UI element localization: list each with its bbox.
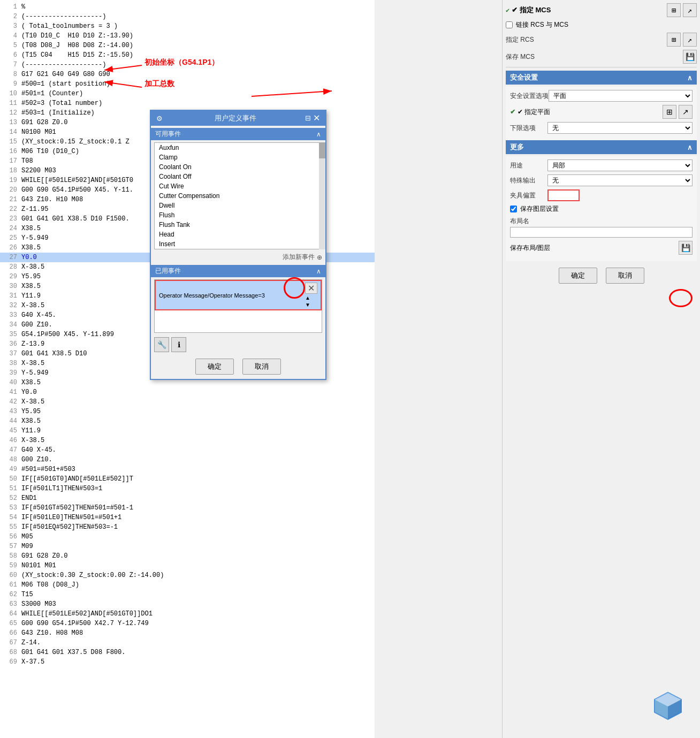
code-line: 9#500=1 (start position): [0, 79, 375, 89]
dialog-confirm-btn[interactable]: 确定: [195, 359, 234, 375]
available-event-item[interactable]: Insert: [155, 239, 322, 249]
dialog: ⚙ 用户定义事件 ⊟ ✕ 可用事件 ∧ AuxfunClampCoolant O…: [150, 110, 326, 380]
available-event-item[interactable]: Dwell: [155, 201, 322, 210]
used-event-label: Operator Message/Operator Message=3: [159, 292, 265, 299]
lower-limit-select[interactable]: 无: [547, 122, 693, 134]
code-line: 56M05: [0, 532, 375, 542]
available-events-list[interactable]: AuxfunClampCoolant OnCoolant OffCut Wire…: [154, 142, 322, 249]
code-line: 67Z-14.: [0, 638, 375, 648]
line-number: 67: [2, 638, 17, 648]
line-content: #501=1 (Counter): [21, 89, 83, 98]
plane-icon2[interactable]: ↗: [679, 105, 693, 119]
line-content: Y-5.949: [21, 233, 48, 243]
dialog-cancel-btn[interactable]: 取消: [242, 359, 281, 375]
used-event-remove-btn[interactable]: ✕: [305, 283, 317, 294]
mcs-checkmark: ✔: [506, 6, 509, 14]
line-content: T15: [21, 590, 33, 599]
rcs-icon2[interactable]: ↗: [683, 33, 697, 47]
line-content: (XY_stock:0.30 Z_stock:0.00 Z:-14.00): [21, 570, 164, 580]
use-select[interactable]: 局部: [547, 159, 693, 171]
line-content: T08: [21, 156, 33, 166]
available-event-item[interactable]: Auxfun: [155, 143, 322, 153]
line-number: 56: [2, 532, 17, 542]
code-line: 10#501=1 (Counter): [0, 89, 375, 98]
line-content: ( Total_toolnumbers = 3 ): [21, 21, 118, 31]
line-content: M09: [21, 542, 33, 551]
safety-option-select[interactable]: 平面: [549, 90, 693, 102]
link-rcs-mcs-checkbox[interactable]: [506, 21, 513, 28]
save-layer-checkbox[interactable]: [510, 206, 517, 212]
line-number: 22: [2, 204, 17, 214]
available-event-item[interactable]: Flush Tank: [155, 220, 322, 230]
plane-icon1[interactable]: ⊞: [663, 105, 676, 119]
line-content: X38.5: [21, 224, 41, 233]
line-number: 62: [2, 590, 17, 599]
code-line: 7(--------------------): [0, 60, 375, 70]
dialog-expand-btn[interactable]: ⊟: [305, 114, 311, 123]
tool-settings-btn[interactable]: 🔧: [154, 337, 169, 352]
line-number: 24: [2, 224, 17, 233]
mcs-icon2[interactable]: ↗: [683, 3, 697, 17]
line-content: Z-11.95: [21, 204, 48, 214]
line-number: 5: [2, 41, 17, 50]
line-content: Y5.95: [21, 272, 41, 281]
layout-name-input[interactable]: 02_LAY1: [510, 227, 693, 238]
available-event-item[interactable]: Cut Wire: [155, 181, 322, 191]
line-number: 31: [2, 291, 17, 301]
line-number: 47: [2, 445, 17, 455]
fixture-offset-input[interactable]: 1: [547, 189, 580, 201]
line-content: G00 Z10.: [21, 455, 52, 465]
line-number: 3: [2, 21, 17, 31]
line-number: 34: [2, 320, 17, 330]
line-content: IF[#501LT1]THEN#503=1: [21, 484, 102, 493]
code-line: 51IF[#501LT1]THEN#503=1: [0, 484, 375, 493]
add-event-btn[interactable]: ⊕: [317, 254, 322, 261]
line-number: 10: [2, 89, 17, 98]
code-line: 8G17 G21 G40 G49 G80 G90: [0, 70, 375, 79]
line-content: M05: [21, 532, 33, 542]
line-content: G00 Z10.: [21, 320, 52, 330]
specify-plane-label: ✔ 指定平面: [518, 108, 661, 117]
line-content: G00 G90 G54.1P#500 X42.7 Y-12.749: [21, 619, 149, 628]
line-number: 11: [2, 98, 17, 108]
line-content: IF[[#501GT0]AND[#501LE#502]]T: [21, 474, 133, 484]
code-line: 57M09: [0, 542, 375, 551]
lower-limit-label: 下限选项: [510, 124, 547, 133]
line-number: 12: [2, 108, 17, 118]
line-number: 17: [2, 156, 17, 166]
line-content: Y0.0: [21, 253, 37, 262]
line-number: 57: [2, 542, 17, 551]
save-layout-btn[interactable]: 💾: [679, 241, 693, 255]
available-event-item[interactable]: Coolant Off: [155, 172, 322, 181]
available-event-item[interactable]: Flush: [155, 210, 322, 220]
dialog-close-btn[interactable]: ✕: [313, 114, 320, 123]
right-cancel-btn[interactable]: 取消: [606, 268, 644, 284]
mcs-icon1[interactable]: ⊞: [667, 3, 681, 17]
special-output-select[interactable]: 无: [547, 174, 693, 186]
code-line: 64WHILE[[#501LE#502]AND[#501GT0]]DO1: [0, 609, 375, 619]
available-event-item[interactable]: Coolant On: [155, 162, 322, 172]
save-mcs-btn[interactable]: 💾: [683, 50, 697, 64]
available-event-item[interactable]: Head: [155, 230, 322, 239]
line-content: %: [21, 2, 25, 12]
line-content: IF[#501EQ#502]THEN#503=-1: [21, 522, 118, 532]
line-content: #501=#501+#503: [21, 465, 75, 474]
special-output-label: 特殊输出: [510, 176, 547, 185]
used-event-up-btn[interactable]: ▲: [305, 295, 317, 301]
available-event-item[interactable]: Cutter Compensation: [155, 191, 322, 201]
code-line: 60(XY_stock:0.30 Z_stock:0.00 Z:-14.00): [0, 570, 375, 580]
line-number: 68: [2, 648, 17, 657]
code-line: 5(T08 D08_J H08 D08 Z:-14.00): [0, 41, 375, 50]
save-mcs-label: 保存 MCS: [506, 52, 535, 62]
more-section-header: 更多 ∧: [506, 140, 697, 154]
code-line: 11#502=3 (Total number): [0, 98, 375, 108]
used-event-down-btn[interactable]: ▼: [305, 302, 317, 308]
line-number: 7: [2, 60, 17, 70]
line-content: G40 X-45.: [21, 445, 56, 455]
line-number: 43: [2, 407, 17, 416]
tool-info-btn[interactable]: ℹ: [171, 337, 186, 352]
rcs-icon1[interactable]: ⊞: [667, 33, 681, 47]
available-event-item[interactable]: Clamp: [155, 153, 322, 162]
code-line: 62T15: [0, 590, 375, 599]
right-confirm-btn[interactable]: 确定: [559, 268, 597, 284]
